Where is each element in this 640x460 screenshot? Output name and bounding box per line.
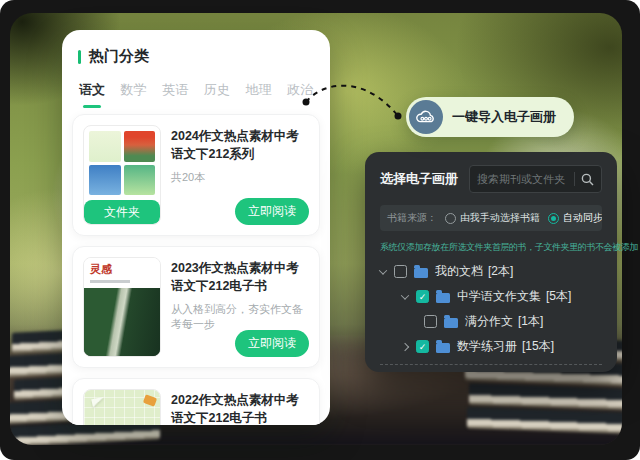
dashed-divider	[380, 364, 602, 365]
folder-badge: 文件夹	[84, 200, 160, 224]
tree-item-label: 满分作文	[465, 313, 513, 330]
import-ebook-button[interactable]: 一键导入电子画册	[406, 97, 574, 137]
search-icon[interactable]	[581, 173, 594, 186]
tree-item-math-workbooks[interactable]: 数学练习册 [15本]	[402, 334, 602, 359]
radio-auto-sync[interactable]: 自动同步所选文件夹内的书	[548, 211, 602, 225]
radio-label: 由我手动选择书籍	[460, 211, 540, 225]
category-tabs: 语文 数学 英语 历史 地理 政治	[62, 81, 330, 108]
dashed-connector	[295, 75, 415, 135]
read-now-button[interactable]: 立即阅读	[235, 198, 309, 225]
import-button-label: 一键导入电子画册	[452, 108, 556, 126]
read-now-button[interactable]: 立即阅读	[235, 330, 309, 357]
tab-english[interactable]: 英语	[162, 81, 188, 108]
tab-chinese[interactable]: 语文	[79, 81, 105, 108]
tree-item-label: 我的文档	[435, 263, 483, 280]
radio-manual-select[interactable]: 由我手动选择书籍	[445, 211, 540, 225]
book-source-row: 书籍来源： 由我手动选择书籍 自动同步所选文件夹内的书	[380, 205, 602, 231]
book-title: 2022作文热点素材中考语文下212电子书	[171, 391, 309, 425]
tree-item-label: 数学练习册	[457, 338, 517, 355]
folder-icon	[444, 318, 458, 328]
book-title: 2023作文热点素材中考语文下212电子书	[171, 259, 309, 295]
tree-item-count: [5本]	[546, 288, 571, 305]
chevron-down-icon[interactable]	[379, 266, 387, 274]
cover-decor-line	[90, 280, 130, 283]
folder-icon	[436, 343, 450, 353]
tree-item-my-documents[interactable]: 我的文档 [2本]	[380, 259, 602, 284]
book-card-2024[interactable]: 文件夹 2024作文热点素材中考语文下212系列 共20本 立即阅读	[72, 114, 320, 236]
chevron-down-icon[interactable]	[401, 291, 409, 299]
source-label: 书籍来源：	[387, 211, 437, 225]
sync-hint-text: 系统仅添加存放在所选文件夹首层的书，子文件夹里的书不会被添加	[380, 241, 602, 254]
mini-cover-1	[89, 131, 121, 162]
folder-tree: 我的文档 [2本] 中学语文作文集 [5本] 满分作文 [1本] 数学练习册	[380, 259, 602, 359]
book-list: 文件夹 2024作文热点素材中考语文下212系列 共20本 立即阅读 灵感	[62, 108, 330, 425]
checkbox-checked[interactable]	[416, 340, 429, 353]
search-divider	[574, 172, 575, 186]
book-card-2022[interactable]: 作文集 2022作文热点素材中考语文下212电子书 从入格到高分，夯实作文备考每…	[72, 378, 320, 425]
folder-icon	[414, 268, 428, 278]
tab-math[interactable]: 数学	[121, 81, 147, 108]
mini-cover-2	[124, 131, 156, 162]
cover-brand-text: 灵感	[90, 262, 154, 277]
cover-photo-bridge	[84, 288, 160, 356]
book-title: 2024作文热点素材中考语文下212系列	[171, 127, 309, 163]
tree-item-count: [1本]	[518, 313, 543, 330]
book-tagline: 从入格到高分，夯实作文备考每一步	[171, 302, 309, 332]
tab-history[interactable]: 历史	[204, 81, 230, 108]
tree-item-label: 中学语文作文集	[457, 288, 541, 305]
app-window: 热门分类 语文 数学 英语 历史 地理 政治 文件夹	[0, 0, 640, 460]
radio-unchecked-icon[interactable]	[445, 213, 456, 224]
picker-title: 选择电子画册	[380, 170, 458, 188]
cloud-sync-icon	[409, 100, 443, 134]
book-card-2023[interactable]: 灵感 2023作文热点素材中考语文下212电子书 从入格到高分，夯实作文备考每一…	[72, 246, 320, 368]
search-input[interactable]	[477, 173, 568, 185]
page-title: 热门分类	[89, 47, 149, 66]
book-cover-grid: 文件夹	[83, 125, 161, 225]
ebook-picker-panel: 选择电子画册 书籍来源： 由我手动选择书籍 自动同步所选文件夹内的书 系统仅添	[365, 152, 617, 372]
mini-cover-4	[124, 165, 156, 196]
checkbox-checked[interactable]	[416, 290, 429, 303]
hot-categories-panel: 热门分类 语文 数学 英语 历史 地理 政治 文件夹	[62, 30, 330, 425]
radio-checked-icon[interactable]	[548, 213, 559, 224]
tree-item-top-essays[interactable]: 满分作文 [1本]	[424, 309, 602, 334]
mini-cover-3	[89, 165, 121, 196]
checkbox-unchecked[interactable]	[394, 265, 407, 278]
panel-header: 热门分类	[62, 30, 330, 66]
search-box[interactable]	[469, 165, 602, 193]
book-cover-2022: 作文集	[83, 389, 161, 425]
checkbox-unchecked[interactable]	[424, 315, 437, 328]
tree-item-count: [15本]	[522, 338, 554, 355]
folder-icon	[436, 293, 450, 303]
book-cover-2023: 灵感	[83, 257, 161, 357]
tree-item-chinese-essays[interactable]: 中学语文作文集 [5本]	[402, 284, 602, 309]
book-count: 共20本	[171, 170, 309, 185]
chevron-right-icon[interactable]	[401, 342, 409, 350]
tree-item-count: [2本]	[488, 263, 513, 280]
radio-label: 自动同步所选文件夹内的书	[563, 211, 602, 225]
tab-geography[interactable]: 地理	[245, 81, 271, 108]
accent-bar	[78, 50, 81, 64]
